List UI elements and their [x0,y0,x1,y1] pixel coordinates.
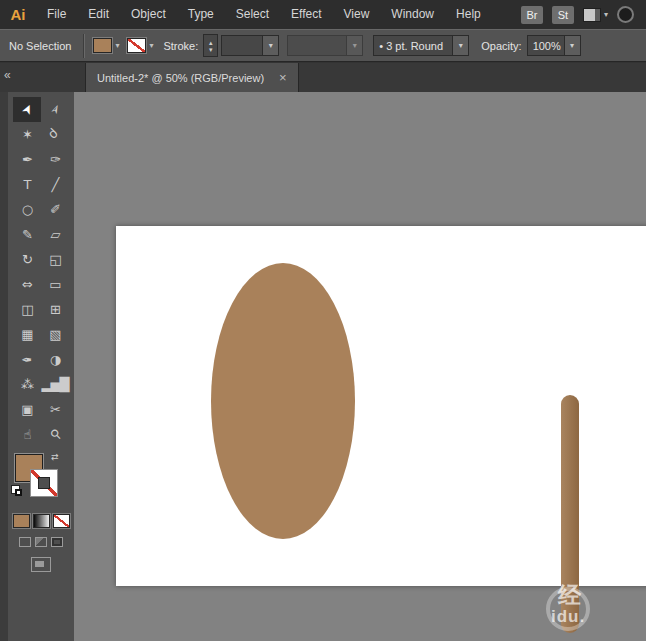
stroke-swatch-hole [38,477,50,489]
bridge-button[interactable]: Br [521,6,543,24]
close-icon[interactable]: × [279,71,287,84]
eyedropper-icon: ✒ [22,352,32,367]
selection-icon: ➤ [18,102,36,117]
width-tool[interactable]: ⇔ [13,272,41,297]
slice-tool[interactable]: ✂ [41,397,69,422]
menu-effect[interactable]: Effect [280,0,332,29]
curvature-icon: ✑ [50,152,60,167]
menu-window[interactable]: Window [380,0,445,29]
brush-definition-combo[interactable]: • 3 pt. Round ▾ [373,35,469,56]
curvature-tool[interactable]: ✑ [41,147,69,172]
chevron-down-icon: ▾ [149,41,153,50]
tools-panel: ➤➢✶ρ✒✑T╱○✐✎▱↻◱⇔▭◫⊞▦▧✒◑⁂▂▅█▣✂☝⚲ ⇄ [8,92,74,641]
pen-icon: ✒ [22,152,32,167]
rotate-tool[interactable]: ↻ [13,247,41,272]
none-button[interactable] [53,514,70,528]
canvas[interactable]: 经 idu. [74,92,646,641]
selection-tool[interactable]: ➤ [13,97,41,122]
illustrator-window: Ai FileEditObjectTypeSelectEffectViewWin… [0,0,646,641]
stroke-width-combo[interactable]: ▾ [221,35,279,56]
free-transform-tool[interactable]: ▭ [41,272,69,297]
scale-tool[interactable]: ◱ [41,247,69,272]
shape-builder-icon: ◫ [21,302,32,317]
paintbrush-tool[interactable]: ✐ [41,197,69,222]
opacity-combo[interactable]: 100% ▾ [527,35,581,56]
paintbrush-icon: ✐ [50,202,60,217]
menu-help[interactable]: Help [445,0,492,29]
brush-name: 3 pt. Round [386,40,443,52]
step-down-icon: ▾ [209,46,213,53]
gradient-icon: ▧ [49,327,60,342]
selection-status: No Selection [0,40,83,52]
column-graph-icon: ▂▅█ [42,377,69,392]
sync-status-icon[interactable] [617,6,634,23]
chevron-down-icon: ▾ [115,41,119,50]
stroke-label: Stroke: [163,40,198,52]
artboard-tool[interactable]: ▣ [13,397,41,422]
screen-mode-row [8,557,74,572]
hand-tool[interactable]: ☝ [13,422,41,447]
eyedropper-tool[interactable]: ✒ [13,347,41,372]
draw-inside-button[interactable] [51,537,63,547]
pen-tool[interactable]: ✒ [13,147,41,172]
shape-builder-tool[interactable]: ◫ [13,297,41,322]
symbol-sprayer-tool[interactable]: ⁂ [13,372,41,397]
type-tool[interactable]: T [13,172,41,197]
stroke-width-stepper[interactable]: ▴ ▾ [203,34,218,57]
collapse-toolbar-button[interactable]: « [4,68,11,82]
menu-items: FileEditObjectTypeSelectEffectViewWindow… [36,0,492,29]
pencil-icon: ✎ [22,227,32,242]
brown-ellipse-shape[interactable] [211,263,355,539]
blend-tool[interactable]: ◑ [41,347,69,372]
fill-color-picker[interactable]: ▾ [93,38,119,53]
control-bar: No Selection ▾ ▾ Stroke: ▴ ▾ ▾ ▾ • 3 pt.… [0,29,646,62]
default-stroke-icon [15,489,22,496]
magic-wand-tool[interactable]: ✶ [13,122,41,147]
step-up-icon: ▴ [209,39,213,46]
menu-select[interactable]: Select [225,0,280,29]
menu-object[interactable]: Object [120,0,177,29]
eraser-tool[interactable]: ▱ [41,222,69,247]
swap-fill-stroke-icon[interactable]: ⇄ [51,452,59,462]
opacity-label: Opacity: [481,40,521,52]
screen-mode-button[interactable] [31,557,51,572]
stock-button[interactable]: St [552,6,574,24]
blend-icon: ◑ [50,352,60,367]
menu-edit[interactable]: Edit [77,0,120,29]
document-tab[interactable]: Untitled-2* @ 50% (RGB/Preview) × [85,63,299,92]
chevron-down-icon: ▾ [564,36,580,55]
column-graph-tool[interactable]: ▂▅█ [41,372,69,397]
stroke-swatch-icon [127,38,146,53]
variable-width-combo[interactable]: ▾ [287,35,363,56]
stroke-swatch[interactable] [31,470,57,496]
gradient-button[interactable] [33,514,50,528]
chevron-down-icon: ▾ [346,36,362,55]
artboard-icon: ▣ [21,402,32,417]
color-button[interactable] [13,514,30,528]
menu-type[interactable]: Type [177,0,225,29]
lasso-tool[interactable]: ρ [41,122,69,147]
type-icon: T [24,177,31,192]
mesh-tool[interactable]: ▦ [13,322,41,347]
ellipse-tool[interactable]: ○ [13,197,41,222]
line-segment-icon: ╱ [52,177,59,192]
fill-swatch-icon [93,38,112,53]
menu-view[interactable]: View [333,0,381,29]
stroke-color-picker[interactable]: ▾ [127,38,153,53]
menu-bar-right: Br St ▾ [521,6,646,24]
menu-bar: Ai FileEditObjectTypeSelectEffectViewWin… [0,0,646,29]
zoom-tool[interactable]: ⚲ [41,422,69,447]
line-segment-tool[interactable]: ╱ [41,172,69,197]
workspace-switcher[interactable]: ▾ [583,8,608,22]
draw-normal-button[interactable] [19,537,31,547]
chevron-down-icon: ▾ [262,36,278,55]
draw-behind-button[interactable] [35,537,47,547]
perspective-grid-icon: ⊞ [50,302,60,317]
menu-file[interactable]: File [36,0,77,29]
scale-icon: ◱ [49,252,60,267]
perspective-grid-tool[interactable]: ⊞ [41,297,69,322]
pencil-tool[interactable]: ✎ [13,222,41,247]
mesh-icon: ▦ [21,327,32,342]
gradient-tool[interactable]: ▧ [41,322,69,347]
direct-selection-tool[interactable]: ➢ [41,97,69,122]
